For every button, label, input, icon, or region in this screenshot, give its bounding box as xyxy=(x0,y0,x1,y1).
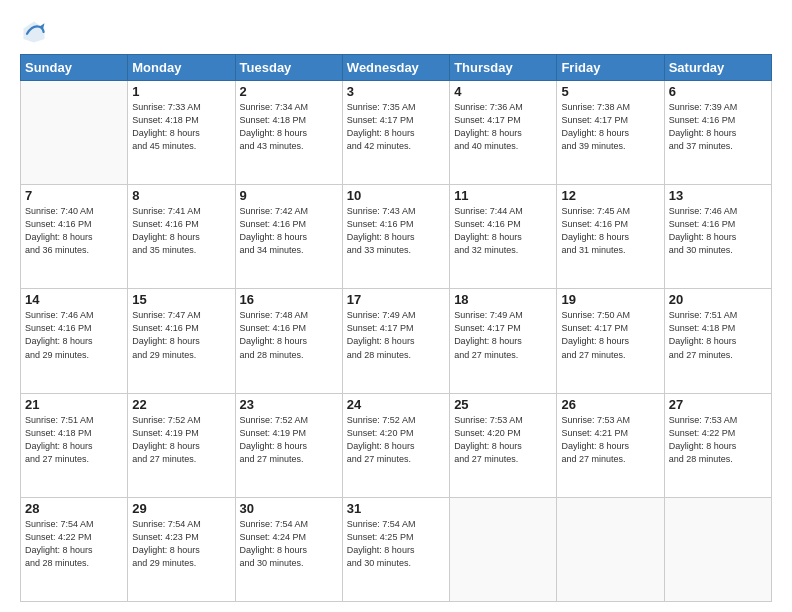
day-info: Sunrise: 7:52 AM Sunset: 4:19 PM Dayligh… xyxy=(240,414,338,466)
day-info: Sunrise: 7:45 AM Sunset: 4:16 PM Dayligh… xyxy=(561,205,659,257)
day-info: Sunrise: 7:53 AM Sunset: 4:22 PM Dayligh… xyxy=(669,414,767,466)
day-info: Sunrise: 7:50 AM Sunset: 4:17 PM Dayligh… xyxy=(561,309,659,361)
calendar-header-monday: Monday xyxy=(128,55,235,81)
day-info: Sunrise: 7:47 AM Sunset: 4:16 PM Dayligh… xyxy=(132,309,230,361)
day-number: 12 xyxy=(561,188,659,203)
calendar-header-saturday: Saturday xyxy=(664,55,771,81)
day-info: Sunrise: 7:53 AM Sunset: 4:21 PM Dayligh… xyxy=(561,414,659,466)
day-number: 31 xyxy=(347,501,445,516)
day-number: 13 xyxy=(669,188,767,203)
calendar-cell: 20Sunrise: 7:51 AM Sunset: 4:18 PM Dayli… xyxy=(664,289,771,393)
day-number: 27 xyxy=(669,397,767,412)
calendar-cell: 3Sunrise: 7:35 AM Sunset: 4:17 PM Daylig… xyxy=(342,81,449,185)
day-number: 4 xyxy=(454,84,552,99)
day-number: 9 xyxy=(240,188,338,203)
calendar-cell: 25Sunrise: 7:53 AM Sunset: 4:20 PM Dayli… xyxy=(450,393,557,497)
day-number: 6 xyxy=(669,84,767,99)
day-number: 7 xyxy=(25,188,123,203)
calendar-cell: 23Sunrise: 7:52 AM Sunset: 4:19 PM Dayli… xyxy=(235,393,342,497)
day-number: 1 xyxy=(132,84,230,99)
day-info: Sunrise: 7:40 AM Sunset: 4:16 PM Dayligh… xyxy=(25,205,123,257)
calendar-week-row: 28Sunrise: 7:54 AM Sunset: 4:22 PM Dayli… xyxy=(21,497,772,601)
calendar-header-friday: Friday xyxy=(557,55,664,81)
day-number: 11 xyxy=(454,188,552,203)
calendar-cell: 5Sunrise: 7:38 AM Sunset: 4:17 PM Daylig… xyxy=(557,81,664,185)
calendar-cell: 30Sunrise: 7:54 AM Sunset: 4:24 PM Dayli… xyxy=(235,497,342,601)
day-info: Sunrise: 7:49 AM Sunset: 4:17 PM Dayligh… xyxy=(454,309,552,361)
logo-icon xyxy=(20,18,48,46)
calendar-week-row: 14Sunrise: 7:46 AM Sunset: 4:16 PM Dayli… xyxy=(21,289,772,393)
day-number: 28 xyxy=(25,501,123,516)
calendar-week-row: 21Sunrise: 7:51 AM Sunset: 4:18 PM Dayli… xyxy=(21,393,772,497)
calendar-cell xyxy=(21,81,128,185)
svg-marker-0 xyxy=(24,22,45,43)
calendar-cell: 28Sunrise: 7:54 AM Sunset: 4:22 PM Dayli… xyxy=(21,497,128,601)
calendar-cell: 17Sunrise: 7:49 AM Sunset: 4:17 PM Dayli… xyxy=(342,289,449,393)
day-info: Sunrise: 7:54 AM Sunset: 4:24 PM Dayligh… xyxy=(240,518,338,570)
day-info: Sunrise: 7:41 AM Sunset: 4:16 PM Dayligh… xyxy=(132,205,230,257)
day-info: Sunrise: 7:48 AM Sunset: 4:16 PM Dayligh… xyxy=(240,309,338,361)
day-info: Sunrise: 7:51 AM Sunset: 4:18 PM Dayligh… xyxy=(669,309,767,361)
day-info: Sunrise: 7:35 AM Sunset: 4:17 PM Dayligh… xyxy=(347,101,445,153)
day-info: Sunrise: 7:54 AM Sunset: 4:25 PM Dayligh… xyxy=(347,518,445,570)
calendar-cell: 4Sunrise: 7:36 AM Sunset: 4:17 PM Daylig… xyxy=(450,81,557,185)
day-number: 15 xyxy=(132,292,230,307)
day-number: 16 xyxy=(240,292,338,307)
calendar-cell: 1Sunrise: 7:33 AM Sunset: 4:18 PM Daylig… xyxy=(128,81,235,185)
calendar-cell: 6Sunrise: 7:39 AM Sunset: 4:16 PM Daylig… xyxy=(664,81,771,185)
calendar-cell: 21Sunrise: 7:51 AM Sunset: 4:18 PM Dayli… xyxy=(21,393,128,497)
day-number: 5 xyxy=(561,84,659,99)
calendar-cell xyxy=(664,497,771,601)
calendar-header-tuesday: Tuesday xyxy=(235,55,342,81)
calendar-cell: 2Sunrise: 7:34 AM Sunset: 4:18 PM Daylig… xyxy=(235,81,342,185)
calendar-cell: 13Sunrise: 7:46 AM Sunset: 4:16 PM Dayli… xyxy=(664,185,771,289)
day-number: 10 xyxy=(347,188,445,203)
calendar-cell: 27Sunrise: 7:53 AM Sunset: 4:22 PM Dayli… xyxy=(664,393,771,497)
day-info: Sunrise: 7:52 AM Sunset: 4:20 PM Dayligh… xyxy=(347,414,445,466)
calendar-cell: 12Sunrise: 7:45 AM Sunset: 4:16 PM Dayli… xyxy=(557,185,664,289)
calendar-cell xyxy=(450,497,557,601)
calendar-cell: 29Sunrise: 7:54 AM Sunset: 4:23 PM Dayli… xyxy=(128,497,235,601)
day-number: 17 xyxy=(347,292,445,307)
calendar-cell: 22Sunrise: 7:52 AM Sunset: 4:19 PM Dayli… xyxy=(128,393,235,497)
page: SundayMondayTuesdayWednesdayThursdayFrid… xyxy=(0,0,792,612)
calendar-cell: 10Sunrise: 7:43 AM Sunset: 4:16 PM Dayli… xyxy=(342,185,449,289)
day-number: 8 xyxy=(132,188,230,203)
day-info: Sunrise: 7:42 AM Sunset: 4:16 PM Dayligh… xyxy=(240,205,338,257)
calendar-cell: 31Sunrise: 7:54 AM Sunset: 4:25 PM Dayli… xyxy=(342,497,449,601)
calendar-header-row: SundayMondayTuesdayWednesdayThursdayFrid… xyxy=(21,55,772,81)
day-info: Sunrise: 7:43 AM Sunset: 4:16 PM Dayligh… xyxy=(347,205,445,257)
day-info: Sunrise: 7:36 AM Sunset: 4:17 PM Dayligh… xyxy=(454,101,552,153)
calendar-week-row: 1Sunrise: 7:33 AM Sunset: 4:18 PM Daylig… xyxy=(21,81,772,185)
calendar-header-thursday: Thursday xyxy=(450,55,557,81)
day-info: Sunrise: 7:46 AM Sunset: 4:16 PM Dayligh… xyxy=(669,205,767,257)
day-number: 25 xyxy=(454,397,552,412)
calendar-cell: 26Sunrise: 7:53 AM Sunset: 4:21 PM Dayli… xyxy=(557,393,664,497)
day-number: 30 xyxy=(240,501,338,516)
calendar-header-wednesday: Wednesday xyxy=(342,55,449,81)
day-number: 20 xyxy=(669,292,767,307)
calendar-header-sunday: Sunday xyxy=(21,55,128,81)
calendar-week-row: 7Sunrise: 7:40 AM Sunset: 4:16 PM Daylig… xyxy=(21,185,772,289)
day-number: 29 xyxy=(132,501,230,516)
day-info: Sunrise: 7:44 AM Sunset: 4:16 PM Dayligh… xyxy=(454,205,552,257)
day-info: Sunrise: 7:53 AM Sunset: 4:20 PM Dayligh… xyxy=(454,414,552,466)
calendar-cell: 7Sunrise: 7:40 AM Sunset: 4:16 PM Daylig… xyxy=(21,185,128,289)
day-number: 24 xyxy=(347,397,445,412)
day-info: Sunrise: 7:51 AM Sunset: 4:18 PM Dayligh… xyxy=(25,414,123,466)
day-info: Sunrise: 7:33 AM Sunset: 4:18 PM Dayligh… xyxy=(132,101,230,153)
calendar-cell: 24Sunrise: 7:52 AM Sunset: 4:20 PM Dayli… xyxy=(342,393,449,497)
calendar-table: SundayMondayTuesdayWednesdayThursdayFrid… xyxy=(20,54,772,602)
day-info: Sunrise: 7:54 AM Sunset: 4:23 PM Dayligh… xyxy=(132,518,230,570)
calendar-cell: 9Sunrise: 7:42 AM Sunset: 4:16 PM Daylig… xyxy=(235,185,342,289)
day-info: Sunrise: 7:52 AM Sunset: 4:19 PM Dayligh… xyxy=(132,414,230,466)
day-number: 18 xyxy=(454,292,552,307)
day-number: 3 xyxy=(347,84,445,99)
calendar-cell: 11Sunrise: 7:44 AM Sunset: 4:16 PM Dayli… xyxy=(450,185,557,289)
calendar-cell: 18Sunrise: 7:49 AM Sunset: 4:17 PM Dayli… xyxy=(450,289,557,393)
day-info: Sunrise: 7:54 AM Sunset: 4:22 PM Dayligh… xyxy=(25,518,123,570)
calendar-cell: 14Sunrise: 7:46 AM Sunset: 4:16 PM Dayli… xyxy=(21,289,128,393)
day-info: Sunrise: 7:49 AM Sunset: 4:17 PM Dayligh… xyxy=(347,309,445,361)
calendar-cell xyxy=(557,497,664,601)
day-number: 26 xyxy=(561,397,659,412)
